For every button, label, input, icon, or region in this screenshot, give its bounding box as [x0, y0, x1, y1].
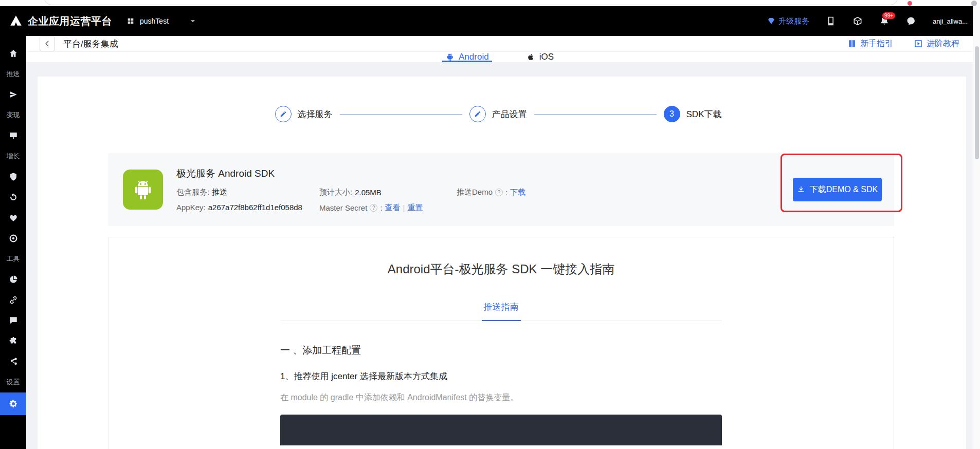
back-button[interactable]	[40, 36, 55, 51]
app-name: pushTest	[140, 17, 169, 25]
sdk-info: 极光服务 Android SDK 包含服务: 推送 AppKey:	[176, 167, 525, 213]
scrollbar-track[interactable]	[973, 6, 980, 449]
download-button-label: 下载DEMO & SDK	[810, 184, 878, 195]
sidebar: 推送 变现 增长 工具	[0, 36, 26, 449]
step-product-settings[interactable]: 产品设置	[469, 106, 534, 122]
brand-title: 企业应用运营平台	[28, 14, 112, 28]
puzzle-icon[interactable]	[0, 331, 26, 351]
page-title: 平台/服务集成	[63, 38, 118, 50]
sidebar-group-growth: 增长	[0, 146, 26, 166]
field-size: 预计大小: 2.05MB	[319, 188, 457, 197]
sidebar-group-settings: 设置	[0, 372, 26, 392]
heart-icon[interactable]	[0, 208, 26, 228]
advanced-tutorial-link[interactable]: 进阶教程	[914, 39, 959, 49]
upgrade-service-button[interactable]: 升级服务	[767, 16, 809, 26]
target-icon[interactable]	[0, 228, 26, 249]
help-icon[interactable]: ?	[370, 204, 377, 212]
field-label: AppKey:	[176, 203, 206, 212]
step-label: 产品设置	[492, 108, 527, 120]
tab-push-guide[interactable]: 推送指南	[482, 301, 521, 321]
platform-tabs: Android iOS	[26, 52, 973, 63]
separator: :	[505, 188, 507, 197]
download-icon	[797, 185, 805, 194]
address-bar[interactable]	[44, 0, 898, 5]
download-demo-sdk-button[interactable]: 下载DEMO & SDK	[793, 178, 882, 201]
field-push-demo: 推送Demo ? : 下载	[457, 188, 525, 197]
notification-badge: 99+	[882, 12, 896, 20]
step-label: 选择服务	[298, 108, 333, 120]
scrollbar-thumb[interactable]	[975, 46, 979, 159]
main: 推送 变现 增长 工具	[0, 36, 973, 449]
workspace: 选择服务 产品设置 3 SDK下载	[26, 63, 973, 449]
share-nodes-icon[interactable]	[0, 351, 26, 372]
beginner-guide-label: 新手指引	[860, 39, 893, 49]
step-number: 3	[664, 106, 680, 122]
send-icon[interactable]	[0, 84, 26, 105]
cube-icon[interactable]	[852, 16, 863, 26]
field-master-secret: Master Secret ? : 查看 | 重置	[319, 203, 457, 213]
tab-ios-label: iOS	[539, 52, 554, 62]
browser-avatar[interactable]	[971, 1, 977, 6]
message-icon[interactable]	[0, 310, 26, 331]
step-connector	[534, 114, 657, 115]
step-label: SDK下载	[686, 108, 722, 120]
guide-step-description: 在 module 的 gradle 中添加依赖和 AndroidManifest…	[280, 392, 722, 403]
topbar-right: 升级服务 99+ anji_allwa...	[767, 16, 968, 26]
sidebar-group-push: 推送	[0, 64, 26, 84]
gem-icon	[767, 17, 775, 25]
field-label: 预计大小:	[319, 188, 352, 197]
download-demo-link[interactable]: 下载	[510, 188, 525, 197]
field-included-service: 包含服务: 推送	[176, 188, 319, 197]
field-value: 2.05MB	[355, 188, 382, 197]
link-icon[interactable]	[0, 290, 26, 310]
advanced-tutorial-label: 进阶教程	[927, 39, 959, 49]
app-grid-icon	[126, 17, 135, 25]
chevron-down-icon	[189, 17, 196, 25]
chat-icon[interactable]	[906, 16, 916, 26]
field-value: 推送	[212, 188, 227, 197]
edit-icon	[275, 106, 292, 122]
help-icon[interactable]: ?	[495, 189, 503, 196]
step-sdk-download[interactable]: 3 SDK下载	[664, 106, 729, 122]
browser-strip	[0, 0, 980, 6]
view-secret-link[interactable]: 查看	[385, 203, 401, 213]
topbar: 企业应用运营平台 pushTest 升级服务	[0, 6, 973, 36]
code-block[interactable]	[280, 415, 722, 445]
stepper: 选择服务 产品设置 3 SDK下载	[38, 77, 966, 122]
gear-icon[interactable]	[0, 392, 26, 415]
apple-icon	[526, 52, 535, 62]
edit-icon	[469, 106, 486, 122]
guide-section-heading: 一 、添加工程配置	[280, 344, 722, 357]
tab-android-label: Android	[459, 52, 489, 62]
sidebar-item-home[interactable]	[0, 43, 26, 64]
notifications-bell[interactable]: 99+	[879, 16, 890, 26]
mobile-icon[interactable]	[826, 16, 836, 26]
page-header: 平台/服务集成 新手指引 进阶教程	[26, 36, 973, 52]
extension-dot-icon	[908, 1, 912, 6]
refresh-icon[interactable]	[0, 187, 26, 208]
separator: :	[380, 203, 382, 212]
content: 平台/服务集成 新手指引 进阶教程	[26, 36, 973, 449]
tab-android[interactable]: Android	[445, 52, 489, 62]
shield-icon[interactable]	[0, 166, 26, 187]
step-select-service[interactable]: 选择服务	[275, 106, 340, 122]
sidebar-group-tools: 工具	[0, 249, 26, 269]
pie-chart-icon[interactable]	[0, 269, 26, 290]
app-switcher[interactable]: pushTest	[126, 17, 196, 25]
beginner-guide-link[interactable]: 新手指引	[847, 39, 893, 49]
sdk-title: 极光服务 Android SDK	[176, 167, 525, 180]
username[interactable]: anji_allwa...	[933, 17, 968, 25]
reset-secret-link[interactable]: 重置	[407, 203, 423, 213]
integration-card: 选择服务 产品设置 3 SDK下载	[38, 77, 966, 449]
play-square-icon	[914, 39, 923, 48]
sidebar-group-monetize: 变现	[0, 105, 26, 125]
android-icon	[445, 52, 455, 62]
guide-title: Android平台-极光服务 SDK 一键接入指南	[280, 261, 722, 277]
divider: |	[403, 203, 405, 212]
guide-book-icon	[847, 39, 857, 48]
tab-ios[interactable]: iOS	[526, 52, 554, 62]
field-label: 推送Demo	[457, 188, 493, 197]
appkey-value: a267a72f8b62ff1d1ef058d8	[208, 203, 302, 212]
billboard-icon[interactable]	[0, 125, 26, 146]
screen: 企业应用运营平台 pushTest 升级服务	[0, 0, 980, 449]
